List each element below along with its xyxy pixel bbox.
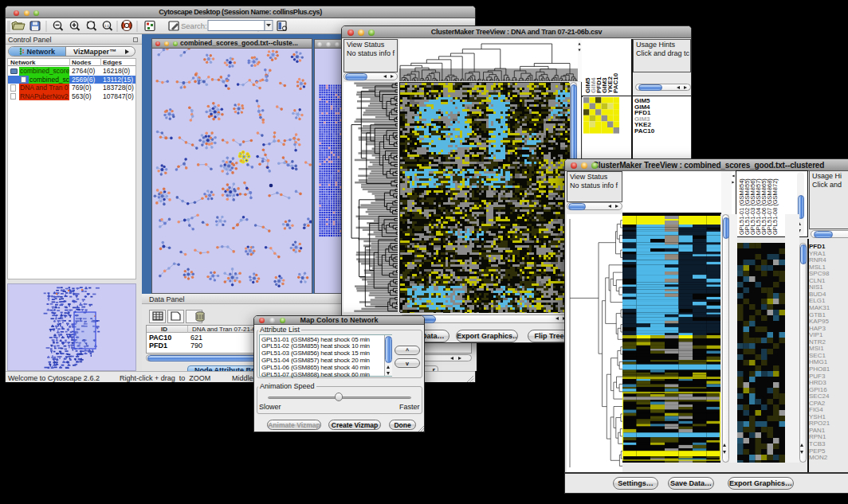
svg-text:Search:: Search: <box>181 21 207 30</box>
svg-text:PAC10: PAC10 <box>612 72 619 93</box>
svg-text:PAC10: PAC10 <box>634 127 655 135</box>
svg-text:GPL51-08 (GSM872): GPL51-08 (GSM872) <box>771 178 779 235</box>
svg-text:MON2: MON2 <box>809 454 828 461</box>
svg-text:1:1: 1:1 <box>104 24 110 28</box>
